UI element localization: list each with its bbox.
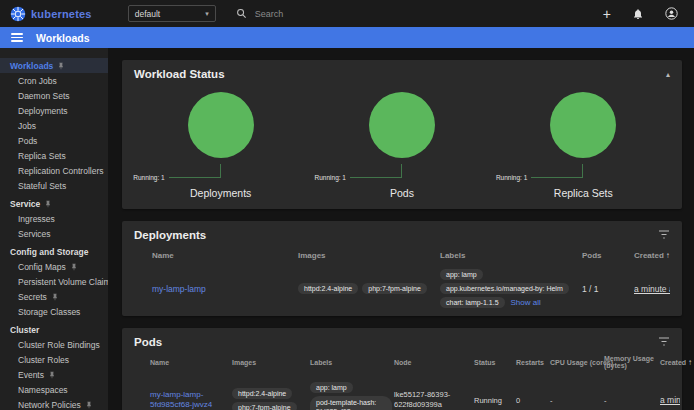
column-header-name[interactable]: Name <box>152 251 298 260</box>
namespace-value: default <box>135 9 161 19</box>
column-header-labels[interactable]: Labels <box>440 251 582 260</box>
graph-connector-line <box>350 164 402 178</box>
replica-sets-donut-chart[interactable] <box>550 92 616 158</box>
search-input[interactable] <box>255 9 445 19</box>
column-header-created[interactable]: Created↑ <box>660 358 692 367</box>
pin-icon[interactable] <box>44 200 52 208</box>
sidebar-item-service[interactable]: Service <box>0 196 108 211</box>
table-row[interactable]: my-lamp-lamp httpd:2.4-alpine php:7-fpm-… <box>122 265 682 316</box>
namespace-selector[interactable]: default ▾ <box>128 5 216 22</box>
sidebar-item-namespaces[interactable]: Namespaces <box>0 382 108 397</box>
column-header-node[interactable]: Node <box>394 359 474 366</box>
collapse-card-icon[interactable]: ▴ <box>666 70 670 79</box>
pod-status: Running <box>474 396 516 405</box>
column-header-pods[interactable]: Pods <box>582 251 634 260</box>
sidebar-item-cron-jobs[interactable]: Cron Jobs <box>0 73 108 88</box>
sidebar-item-storage-classes[interactable]: Storage Classes <box>0 304 108 319</box>
column-header-images[interactable]: Images <box>232 359 310 366</box>
pods-card: Pods Name Images Labels Node Status Rest… <box>122 328 682 410</box>
column-header-restarts[interactable]: Restarts <box>516 359 550 366</box>
search-bar[interactable] <box>236 8 445 19</box>
replica-sets-graph: Running: 1 Replica Sets <box>493 86 674 199</box>
workload-status-graphs: Running: 1 Deployments Running: 1 Pods <box>122 84 682 209</box>
sidebar-item-cluster-roles[interactable]: Cluster Roles <box>0 352 108 367</box>
sidebar-item-daemon-sets[interactable]: Daemon Sets <box>0 88 108 103</box>
graph-title: Replica Sets <box>493 187 674 199</box>
chevron-down-icon: ▾ <box>205 10 209 17</box>
sidebar-item-secrets[interactable]: Secrets <box>0 289 108 304</box>
sidebar-item-workloads[interactable]: Workloads <box>0 58 108 73</box>
pod-created-age: a minute ago <box>660 395 680 405</box>
kubernetes-helm-icon <box>10 6 26 22</box>
sidebar-group-config-and-storage: Config and Storage <box>0 244 108 259</box>
pods-card-title: Pods <box>134 336 162 348</box>
sidebar-item-replica-sets[interactable]: Replica Sets <box>0 148 108 163</box>
create-resource-button[interactable]: + <box>603 7 611 21</box>
pin-icon[interactable] <box>70 263 78 271</box>
deployments-card-title: Deployments <box>134 229 206 241</box>
sidebar-item-services[interactable]: Services <box>0 226 108 241</box>
pod-images: httpd:2.4-alpine php:7-fpm-alpine <box>232 388 310 410</box>
pod-cpu-usage: - <box>550 396 604 405</box>
column-header-name[interactable]: Name <box>150 359 232 366</box>
graph-title: Pods <box>311 187 492 199</box>
filter-icon[interactable] <box>658 230 670 240</box>
pods-table-header: Name Images Labels Node Status Restarts … <box>122 352 682 372</box>
page-toolbar: Workloads <box>0 27 694 48</box>
pod-memory-usage: - <box>604 396 660 405</box>
column-header-memory-usage[interactable]: Memory Usage (bytes) <box>604 355 660 369</box>
workload-status-card: Workload Status ▴ Running: 1 Deployments <box>122 60 682 209</box>
column-header-labels[interactable]: Labels <box>310 359 394 366</box>
sidebar-nav: Workloads Cron Jobs Daemon Sets Deployme… <box>0 48 108 410</box>
notifications-button[interactable] <box>632 8 644 20</box>
sidebar-group-cluster: Cluster <box>0 322 108 337</box>
filter-icon[interactable] <box>658 337 670 347</box>
sidebar-item-config-maps[interactable]: Config Maps <box>0 259 108 274</box>
deployment-name-link[interactable]: my-lamp-lamp <box>152 284 298 294</box>
account-circle-icon <box>665 7 678 20</box>
column-header-cpu-usage[interactable]: CPU Usage (cores) <box>550 359 604 366</box>
deployment-images: httpd:2.4-alpine php:7-fpm-alpine <box>298 283 440 294</box>
sidebar-item-jobs[interactable]: Jobs <box>0 118 108 133</box>
sidebar-item-cluster-role-bindings[interactable]: Cluster Role Bindings <box>0 337 108 352</box>
menu-hamburger-icon[interactable] <box>11 33 23 42</box>
sidebar-item-persistent-volume-claims[interactable]: Persistent Volume Claims <box>0 274 108 289</box>
sort-ascending-icon: ↑ <box>666 251 670 260</box>
deployment-pods-count: 1 / 1 <box>582 284 634 294</box>
pin-icon[interactable] <box>85 401 93 409</box>
pin-icon[interactable] <box>51 293 59 301</box>
deployments-card: Deployments Name Images Labels Pods Crea… <box>122 221 682 316</box>
graph-title: Deployments <box>130 187 311 199</box>
kubernetes-logo[interactable]: kubernetes <box>10 6 92 22</box>
running-count-label: Running: 1 <box>133 174 164 181</box>
pod-labels: app: lamp pod-template-hash: 5fd985cf68 <box>310 382 394 410</box>
column-header-status[interactable]: Status <box>474 359 516 366</box>
show-all-labels-link[interactable]: Show all <box>511 298 541 307</box>
pod-name-link[interactable]: my-lamp-lamp-5fd985cf68-jwvz4 <box>150 390 232 410</box>
search-icon <box>236 8 247 19</box>
deployment-labels: app: lamp app.kubernetes.io/managed-by: … <box>440 269 582 308</box>
pin-icon[interactable] <box>48 371 56 379</box>
deployments-donut-chart[interactable] <box>188 92 254 158</box>
column-header-images[interactable]: Images <box>298 251 440 260</box>
graph-connector-line <box>531 164 583 178</box>
sidebar-item-stateful-sets[interactable]: Stateful Sets <box>0 178 108 193</box>
deployments-graph: Running: 1 Deployments <box>130 86 311 199</box>
sidebar-item-ingresses[interactable]: Ingresses <box>0 211 108 226</box>
main-content: Workload Status ▴ Running: 1 Deployments <box>108 48 694 410</box>
workload-status-title: Workload Status <box>134 68 225 80</box>
sidebar-item-pods[interactable]: Pods <box>0 133 108 148</box>
topbar-actions: + <box>603 7 678 21</box>
sidebar-item-replication-controllers[interactable]: Replication Controllers <box>0 163 108 178</box>
running-count-label: Running: 1 <box>315 174 346 181</box>
user-account-button[interactable] <box>665 7 678 20</box>
sidebar-item-events[interactable]: Events <box>0 367 108 382</box>
pods-donut-chart[interactable] <box>369 92 435 158</box>
sidebar-item-deployments[interactable]: Deployments <box>0 103 108 118</box>
column-header-created[interactable]: Created↑ <box>634 251 670 260</box>
bell-icon <box>632 8 644 20</box>
table-row[interactable]: my-lamp-lamp-5fd985cf68-jwvz4 httpd:2.4-… <box>122 372 682 410</box>
pin-icon[interactable] <box>57 62 65 70</box>
sidebar-item-network-policies[interactable]: Network Policies <box>0 397 108 410</box>
deployments-table-header: Name Images Labels Pods Created↑ <box>122 245 682 265</box>
